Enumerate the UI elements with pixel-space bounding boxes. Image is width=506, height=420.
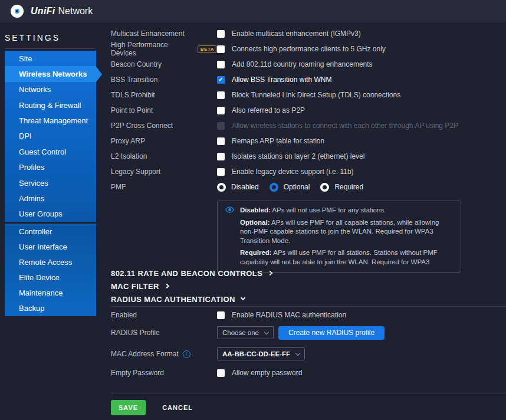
checkbox-empty-password[interactable] [217,369,225,377]
setting-label: TDLS Prohibit [111,91,217,99]
setting-label: Multicast Enhancement [111,29,217,38]
checkbox-legacy-support[interactable] [217,168,225,176]
checkbox-proxy-arp[interactable] [217,137,225,145]
sidebar-item-label: Controller [19,227,52,236]
checkbox-label: Enable RADIUS MAC authentication [232,311,346,319]
sidebar-item-label: Elite Device [19,273,60,282]
section-label: MAC FILTER [111,282,159,291]
setting-row-bss-transition: BSS Transition Allow BSS Transition with… [111,72,506,87]
sidebar-item-profiles[interactable]: Profiles [5,160,96,175]
sidebar-item-label: Site [19,54,32,63]
radio-label: Optional [284,183,310,191]
setting-label: Beacon Country [111,60,217,68]
sidebar-item-user-interface[interactable]: User Interface [5,239,96,254]
field-label: RADIUS Profile [111,329,217,337]
sidebar-item-elite-device[interactable]: Elite Device [5,270,96,286]
sidebar-item-admins[interactable]: Admins [5,191,96,206]
create-radius-profile-button[interactable]: Create new RADIUS profile [278,326,385,340]
checkbox-label: Enable multicast enhancement (IGMPv3) [232,29,361,38]
field-label: MAC Address Formati [111,350,217,358]
radio-optional[interactable] [270,183,278,192]
cancel-button[interactable]: CANCEL [159,403,196,412]
sidebar-item-label: Profiles [19,163,44,172]
checkbox-point-to-point[interactable] [217,107,225,114]
section-mac-filter[interactable]: MAC FILTER [111,280,272,293]
checkbox-p2p-cross-connect [217,122,225,130]
info-term: Optional: [240,219,270,226]
pmf-info-optional: Optional: APs will use PMF for all capab… [225,218,454,246]
setting-label: Point to Point [111,106,217,114]
setting-row-high-performance: High Performance DevicesBETA Connects hi… [111,41,506,57]
checkbox-label: Block Tunneled Link Direct Setup (TDLS) … [232,91,400,99]
empty-password-row: Empty Password Allow empty password [111,365,302,380]
sidebar-item-controller[interactable]: Controller [5,224,96,239]
setting-row-proxy-arp: Proxy ARP Remaps ARP table for station [111,133,506,149]
radio-disabled[interactable] [217,183,226,192]
sidebar-item-guest-control[interactable]: Guest Control [5,144,96,159]
sidebar-item-label: Threat Management [19,116,88,125]
sidebar-item-dpi[interactable]: DPI [5,129,96,144]
sidebar-item-routing-firewall[interactable]: Routing & Firewall [5,97,96,113]
sidebar-nav-group1: Site Wireless Networks Networks Routing … [5,51,96,222]
footer-divider [111,393,506,393]
sidebar-item-maintenance[interactable]: Maintenance [5,286,96,301]
section-label: 802.11 RATE AND BEACON CONTROLS [111,269,262,278]
radius-profile-select[interactable]: Choose one [217,326,274,339]
sidebar-item-label: Remote Access [19,258,72,267]
checkbox-label: Enable legacy device support (i.e. 11b) [232,168,354,176]
info-term: Required: [240,249,272,256]
sidebar-item-threat-management[interactable]: Threat Management [5,113,96,128]
select-value: Choose one [222,329,259,336]
checkbox-label: Allow BSS Transition with WNM [232,76,331,84]
radio-required[interactable] [320,183,329,192]
field-label-text: MAC Address Format [111,350,179,358]
sidebar-item-site[interactable]: Site [5,51,96,66]
checkbox-beacon-country[interactable] [217,61,225,68]
checkbox-label: Connects high performance clients to 5 G… [232,45,386,53]
sidebar-item-networks[interactable]: Networks [5,82,96,97]
logo-ring [15,9,19,14]
chevron-down-icon [241,296,245,300]
sidebar-item-remote-access[interactable]: Remote Access [5,254,96,270]
advanced-options-rows: Multicast Enhancement Enable multicast e… [111,26,506,195]
setting-label: High Performance DevicesBETA [111,41,217,57]
checkbox-label: Isolates stations on layer 2 (ethernet) … [232,152,364,160]
setting-label: L2 Isolation [111,152,217,160]
checkbox-bss-transition[interactable] [217,76,225,84]
setting-label: P2P Cross Connect [111,122,217,130]
setting-row-beacon-country: Beacon Country Add 802.11d country roami… [111,57,506,72]
section-radius-mac-auth[interactable]: RADIUS MAC AUTHENTICATION [111,293,272,306]
checkbox-radius-enabled[interactable] [217,311,225,319]
app-header: UniFiNetwork [0,0,506,22]
sidebar-item-backup[interactable]: Backup [5,301,96,316]
unifi-network-app: UniFiNetwork SETTINGS Site Wireless Netw… [0,0,506,420]
sidebar-item-label: DPI [19,132,32,140]
setting-row-point-to-point: Point to Point Also referred to as P2P [111,103,506,118]
setting-row-pmf: PMF Disabled Optional Required [111,179,506,195]
sidebar-title: SETTINGS [5,33,106,42]
checkbox-high-performance[interactable] [217,45,225,53]
checkbox-tdls-prohibit[interactable] [217,91,225,99]
save-button[interactable]: SAVE [111,400,146,415]
wireless-settings-main: Multicast Enhancement Enable multicast e… [111,22,506,420]
info-text: APs will not use PMF for any stations. [272,206,386,214]
section-80211-rate-beacon[interactable]: 802.11 RATE AND BEACON CONTROLS [111,267,272,280]
chevron-right-icon [165,284,169,288]
setting-row-legacy-support: Legacy Support Enable legacy device supp… [111,164,506,179]
field-label: Enabled [111,311,217,319]
checkbox-label: Allow empty password [232,369,302,377]
checkbox-multicast[interactable] [217,30,225,38]
setting-row-tdls-prohibit: TDLS Prohibit Block Tunneled Link Direct… [111,87,506,103]
mac-address-format-row: MAC Address Formati AA-BB-CC-DD-EE-FF [111,346,305,362]
info-term: Disabled: [240,206,271,214]
sidebar-item-wireless-networks[interactable]: Wireless Networks [5,66,96,81]
section-label: RADIUS MAC AUTHENTICATION [111,295,235,304]
beta-badge: BETA [198,45,217,53]
checkbox-l2-isolation[interactable] [217,153,225,160]
info-icon[interactable]: i [183,350,190,358]
sidebar-item-services[interactable]: Services [5,175,96,191]
sidebar-item-user-groups[interactable]: User Groups [5,206,96,222]
unifi-logo-icon[interactable] [11,5,24,18]
sidebar-item-label: Backup [19,304,44,313]
mac-format-select[interactable]: AA-BB-CC-DD-EE-FF [217,347,305,360]
